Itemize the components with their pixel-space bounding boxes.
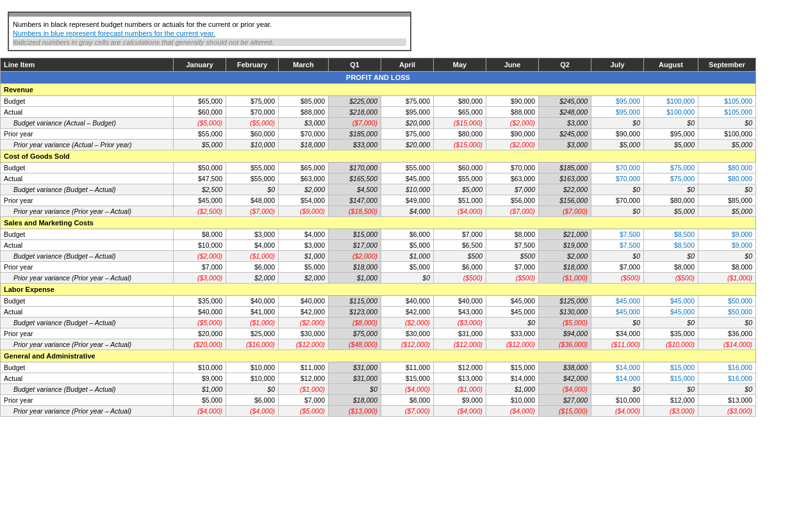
row-value: ($1,000) <box>539 273 591 284</box>
row-value: $85,000 <box>698 195 756 206</box>
row-value: $100,000 <box>644 107 698 118</box>
row-value: $8,000 <box>174 229 226 240</box>
row-label: Budget <box>1 362 174 373</box>
row-value: ($4,000) <box>226 406 279 417</box>
col-header-june: June <box>486 58 539 72</box>
row-value: $14,000 <box>591 362 644 373</box>
row-label: Actual <box>1 173 174 184</box>
row-value: ($12,000) <box>279 339 329 350</box>
row-value: $1,000 <box>329 273 381 284</box>
row-value: $147,000 <box>329 195 381 206</box>
row-value: $7,500 <box>591 240 644 251</box>
table-row: Prior year$20,000$25,000$30,000$75,000$3… <box>1 328 756 339</box>
row-value: $12,000 <box>434 362 486 373</box>
row-value: $70,000 <box>226 107 279 118</box>
row-label: Prior year <box>1 395 174 406</box>
row-value: ($7,000) <box>539 206 591 217</box>
row-value: ($15,000) <box>434 140 486 150</box>
row-value: $5,000 <box>174 140 226 150</box>
row-value: $65,000 <box>279 163 329 173</box>
row-value: $70,000 <box>279 129 329 140</box>
row-label: Prior year variance (Actual – Prior year… <box>1 140 174 150</box>
row-value: $70,000 <box>591 173 644 184</box>
row-value: $45,000 <box>486 307 539 318</box>
col-header-august: August <box>644 58 698 72</box>
row-value: $4,000 <box>279 229 329 240</box>
table-row: Prior year variance (Prior year – Actual… <box>1 273 756 284</box>
row-value: $50,000 <box>698 307 756 318</box>
profit-loss-header-row: PROFIT AND LOSS <box>1 72 756 84</box>
row-value: $10,000 <box>226 373 279 384</box>
row-value: $42,000 <box>279 307 329 318</box>
row-label: Prior year <box>1 129 174 140</box>
row-value: $31,000 <box>329 373 381 384</box>
row-value: $36,000 <box>698 328 756 339</box>
row-value: ($1,000) <box>434 384 486 395</box>
row-label: Budget variance (Budget – Actual) <box>1 318 174 328</box>
row-value: ($500) <box>486 273 539 284</box>
row-value: $5,000 <box>381 262 434 273</box>
row-value: $50,000 <box>698 296 756 307</box>
row-value: $75,000 <box>329 328 381 339</box>
row-value: ($5,000) <box>279 406 329 417</box>
table-row: Actual$40,000$41,000$42,000$123,000$42,0… <box>1 307 756 318</box>
row-value: $60,000 <box>174 107 226 118</box>
row-value: $75,000 <box>381 96 434 107</box>
row-value: ($48,000) <box>329 339 381 350</box>
table-row: Actual$9,000$10,000$12,000$31,000$15,000… <box>1 373 756 384</box>
row-label: Prior year variance (Prior year – Actual… <box>1 339 174 350</box>
table-row: Budget variance (Budget – Actual)$2,500$… <box>1 184 756 195</box>
row-value: $70,000 <box>591 195 644 206</box>
row-value: $31,000 <box>329 362 381 373</box>
row-value: $3,000 <box>279 118 329 129</box>
row-value: ($1,000) <box>698 273 756 284</box>
row-value: $25,000 <box>226 328 279 339</box>
row-value: $156,000 <box>539 195 591 206</box>
row-value: $63,000 <box>486 173 539 184</box>
row-value: $5,000 <box>279 262 329 273</box>
row-value: $14,000 <box>591 373 644 384</box>
row-value: $0 <box>644 384 698 395</box>
row-value: $11,000 <box>279 362 329 373</box>
row-value: $0 <box>698 251 756 262</box>
row-label: Prior year <box>1 195 174 206</box>
row-value: $500 <box>434 251 486 262</box>
row-value: ($9,000) <box>279 206 329 217</box>
row-value: $80,000 <box>434 96 486 107</box>
row-value: $12,000 <box>279 373 329 384</box>
row-value: $94,000 <box>539 328 591 339</box>
row-value: $130,000 <box>539 307 591 318</box>
row-value: $13,000 <box>698 395 756 406</box>
row-label: Actual <box>1 373 174 384</box>
row-value: $40,000 <box>226 296 279 307</box>
row-value: $45,000 <box>591 307 644 318</box>
row-value: $3,000 <box>279 240 329 251</box>
row-value: $2,500 <box>174 184 226 195</box>
row-value: ($4,000) <box>486 406 539 417</box>
section-header-row: Labor Expense <box>1 284 756 296</box>
row-value: ($2,000) <box>486 118 539 129</box>
row-value: $16,000 <box>698 373 756 384</box>
row-value: $10,000 <box>486 395 539 406</box>
row-value: $1,000 <box>279 251 329 262</box>
row-value: $6,000 <box>434 262 486 273</box>
row-value: $3,000 <box>539 118 591 129</box>
row-value: $8,000 <box>644 262 698 273</box>
row-value: $10,000 <box>174 240 226 251</box>
row-value: $170,000 <box>329 163 381 173</box>
row-value: $14,000 <box>486 373 539 384</box>
row-value: $12,000 <box>644 395 698 406</box>
table-row: Budget variance (Budget – Actual)$1,000$… <box>1 384 756 395</box>
row-label: Budget variance (Actual – Budget) <box>1 118 174 129</box>
row-value: $0 <box>226 184 279 195</box>
row-value: $45,000 <box>174 195 226 206</box>
row-value: $0 <box>591 318 644 328</box>
row-value: $31,000 <box>434 328 486 339</box>
row-value: $80,000 <box>698 163 756 173</box>
row-value: $10,000 <box>226 362 279 373</box>
row-value: ($36,000) <box>539 339 591 350</box>
row-value: $7,500 <box>591 229 644 240</box>
row-value: $5,000 <box>591 140 644 150</box>
row-value: $45,000 <box>644 296 698 307</box>
row-label: Prior year <box>1 328 174 339</box>
